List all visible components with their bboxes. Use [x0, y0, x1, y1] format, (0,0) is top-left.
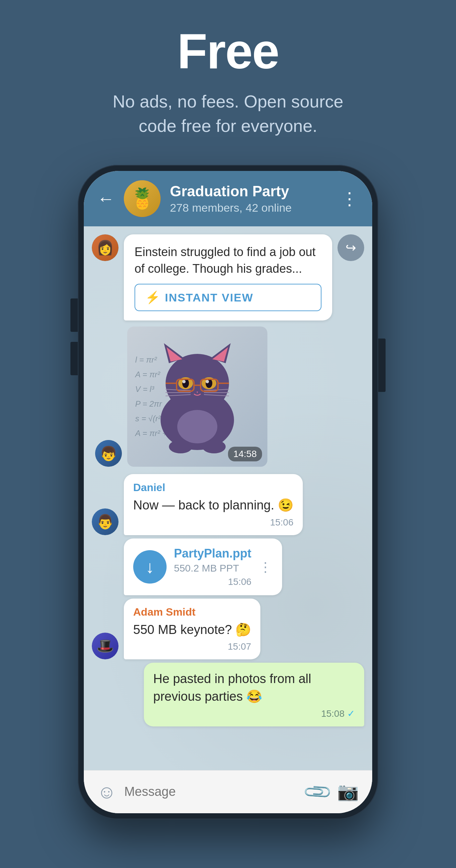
- my-message-time-row: 15:08 ✓: [153, 708, 355, 719]
- group-members: 278 members, 42 online: [170, 201, 332, 214]
- side-buttons-left: [70, 299, 78, 375]
- adam-message-time: 15:07: [133, 641, 251, 652]
- adam-message-row: 🎩 Adam Smidt 550 MB keynote? 🤔 15:07: [84, 598, 372, 659]
- daniel-avatar-icon: 👨: [92, 508, 119, 535]
- group-info: Graduation Party 278 members, 42 online: [170, 183, 332, 215]
- daniel-sender-name: Daniel: [133, 482, 294, 494]
- more-options-button[interactable]: ⋮: [341, 189, 359, 209]
- my-bubble: He pasted in photos from all previous pa…: [144, 663, 364, 726]
- daniel-message-time: 15:06: [133, 517, 294, 528]
- my-message-text: He pasted in photos from all previous pa…: [153, 670, 355, 705]
- power-button: [378, 339, 386, 392]
- instant-view-label: INSTANT VIEW: [165, 291, 253, 304]
- svg-point-25: [169, 440, 192, 453]
- cat-sticker-image: [147, 337, 247, 457]
- phone-frame: ← 🍍 Graduation Party 278 members, 42 onl…: [78, 165, 378, 819]
- sticker-background: l = πr² A = πr² V = l³ P = 2πr s = √(r² …: [127, 327, 267, 467]
- svg-point-24: [177, 410, 217, 443]
- lightning-icon: ⚡: [145, 290, 160, 305]
- adam-bubble: Adam Smidt 550 MB keynote? 🤔 15:07: [124, 598, 261, 659]
- instant-view-bubble: Einstein struggled to find a job out of …: [124, 235, 332, 321]
- instant-view-preview-text: Einstein struggled to find a job out of …: [134, 244, 322, 277]
- instant-view-button[interactable]: ⚡ INSTANT VIEW: [134, 284, 322, 311]
- volume-up-button: [70, 299, 78, 332]
- chat-input-bar: ☺ 📎 📷: [84, 770, 372, 813]
- adam-message-text: 550 MB keynote? 🤔: [133, 621, 251, 639]
- my-message-row: He pasted in photos from all previous pa…: [84, 663, 372, 726]
- svg-point-8: [182, 379, 189, 388]
- adam-avatar: 🎩: [92, 633, 119, 659]
- share-icon: ↪: [345, 240, 356, 255]
- phone-container: ← 🍍 Graduation Party 278 members, 42 onl…: [78, 165, 378, 819]
- daniel-message-row: 👨 Daniel Now — back to planning. 😉 15:06: [84, 474, 372, 535]
- chat-header: ← 🍍 Graduation Party 278 members, 42 onl…: [84, 171, 372, 226]
- group-avatar: 🍍: [124, 180, 160, 217]
- emoji-button[interactable]: ☺: [97, 781, 116, 803]
- daniel-avatar: 👨: [92, 508, 119, 535]
- adam-sender-name: Adam Smidt: [133, 606, 251, 618]
- daniel-message-text: Now — back to planning. 😉: [133, 496, 294, 514]
- download-arrow-icon: ↓: [146, 557, 154, 577]
- file-bubble: ↓ PartyPlan.ppt 550.2 MB PPT 15:06 ⋮: [124, 538, 282, 595]
- file-message-row: ↓ PartyPlan.ppt 550.2 MB PPT 15:06 ⋮: [84, 538, 372, 595]
- svg-point-26: [202, 440, 226, 453]
- file-time: 15:06: [174, 577, 251, 587]
- svg-point-11: [206, 380, 209, 383]
- sender-avatar-woman: 👩: [92, 235, 119, 261]
- message-checkmark-icon: ✓: [347, 708, 355, 719]
- attach-button[interactable]: 📎: [301, 776, 333, 808]
- sticker-area: 👦 l = πr² A = πr² V = l³ P = 2πr s = √(r…: [87, 327, 372, 467]
- man1-avatar-icon: 👦: [95, 440, 122, 467]
- file-more-options[interactable]: ⋮: [259, 559, 273, 575]
- message-input[interactable]: [124, 778, 298, 805]
- daniel-bubble: Daniel Now — back to planning. 😉 15:06: [124, 474, 303, 535]
- instant-view-message-row: 👩 Einstein struggled to find a job out o…: [84, 235, 372, 321]
- volume-down-button: [70, 342, 78, 375]
- camera-button[interactable]: 📷: [337, 781, 359, 802]
- group-name: Graduation Party: [170, 183, 332, 200]
- hero-section: Free No ads, no fees. Open source code f…: [0, 0, 456, 158]
- avatar-pineapple-icon: 🍍: [124, 180, 160, 217]
- woman-avatar-icon: 👩: [92, 235, 119, 261]
- back-button[interactable]: ←: [97, 190, 115, 207]
- sticker-sender-avatar: 👦: [95, 440, 122, 467]
- file-download-icon-circle[interactable]: ↓: [133, 550, 166, 584]
- adam-avatar-icon: 🎩: [92, 633, 119, 659]
- my-message-time: 15:08: [321, 708, 344, 719]
- file-size: 550.2 MB PPT: [174, 562, 251, 574]
- chat-body: 👩 Einstein struggled to find a job out o…: [84, 226, 372, 770]
- phone-inner: ← 🍍 Graduation Party 278 members, 42 onl…: [84, 171, 372, 813]
- svg-point-9: [206, 379, 212, 388]
- file-info: PartyPlan.ppt 550.2 MB PPT 15:06: [174, 547, 251, 587]
- hero-subtitle: No ads, no fees. Open source code free f…: [98, 90, 358, 138]
- share-button[interactable]: ↪: [337, 235, 364, 261]
- svg-point-10: [182, 380, 186, 383]
- hero-title: Free: [177, 27, 279, 76]
- file-name: PartyPlan.ppt: [174, 547, 251, 561]
